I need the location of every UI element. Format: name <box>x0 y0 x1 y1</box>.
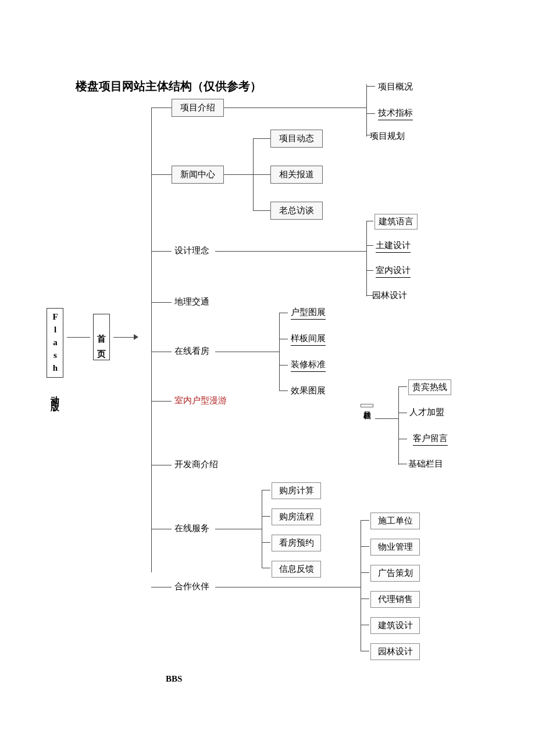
node-flash: Flash 动画版 <box>47 308 63 378</box>
node-geo-traffic: 地理交通 <box>174 296 209 307</box>
node-developer: 开发商介绍 <box>174 459 218 470</box>
node-feedback: 信息反馈 <box>272 561 321 578</box>
node-overview: 项目概况 <box>378 81 413 92</box>
page-title: 楼盘项目网站主体结构（仅供参考） <box>76 78 262 94</box>
node-floorplan: 户型图展 <box>291 307 326 320</box>
node-landscape: 园林设计 <box>372 290 407 301</box>
node-construction: 施工单位 <box>370 513 420 529</box>
node-indoor-roam: 室内户型漫游 <box>174 395 227 406</box>
node-flash-label: Flash 动画版 <box>51 312 60 399</box>
node-planning: 项目规划 <box>370 131 405 142</box>
node-hr: 人才加盟 <box>409 407 444 418</box>
node-online-view: 在线看房 <box>174 346 209 357</box>
node-dynamics: 项目动态 <box>270 130 323 148</box>
node-rendering: 效果图展 <box>291 385 326 396</box>
node-agent: 代理销售 <box>370 591 420 608</box>
node-base-column: 基础栏目 <box>361 404 373 407</box>
node-appoint: 看房预约 <box>272 535 321 551</box>
node-calc: 购房计算 <box>272 482 321 499</box>
node-process: 购房流程 <box>272 508 321 525</box>
node-guestbook: 客户留言 <box>413 433 448 446</box>
node-tech-index: 技术指标 <box>378 108 413 120</box>
node-partners: 合作伙伴 <box>174 581 209 592</box>
node-civil: 土建设计 <box>376 240 411 253</box>
node-interview: 老总访谈 <box>270 202 323 220</box>
node-property: 物业管理 <box>370 539 420 556</box>
node-home: 首 页 <box>93 314 110 360</box>
node-online-service: 在线服务 <box>174 523 209 534</box>
node-arch-lang: 建筑语言 <box>374 214 418 230</box>
node-arch-design: 建筑设计 <box>370 617 420 634</box>
node-hotline: 贵宾热线 <box>408 379 451 395</box>
node-design-concept: 设计理念 <box>174 245 209 256</box>
node-home-label: 首 页 <box>97 327 106 347</box>
node-decoration: 装修标准 <box>291 359 326 372</box>
node-landscape-design: 园林设计 <box>370 643 420 660</box>
node-project-intro: 项目介绍 <box>172 99 224 117</box>
node-reports: 相关报道 <box>270 166 323 184</box>
arrow-icon <box>134 334 138 340</box>
node-ad: 广告策划 <box>370 565 420 582</box>
node-showroom: 样板间展 <box>291 333 326 346</box>
node-bbs: BBS <box>166 674 182 684</box>
node-interior: 室内设计 <box>376 265 411 278</box>
node-base: 基础栏目 <box>408 458 443 470</box>
node-news-center: 新闻中心 <box>172 166 224 184</box>
